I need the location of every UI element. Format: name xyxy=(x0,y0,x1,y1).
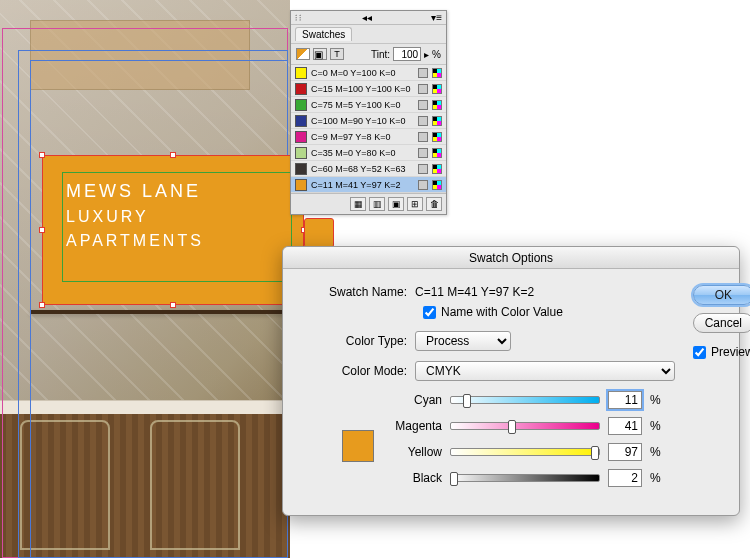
margin-guide xyxy=(30,60,288,558)
slider-thumb[interactable] xyxy=(591,446,599,460)
swatch-options-dialog[interactable]: Swatch Options Swatch Name: C=11 M=41 Y=… xyxy=(282,246,740,516)
swatch-name-label: Swatch Name: xyxy=(297,285,415,299)
resize-handle[interactable] xyxy=(39,152,45,158)
channel-input-blk[interactable] xyxy=(608,469,642,487)
formatting-text-icon[interactable]: T xyxy=(330,48,344,60)
color-type-icon xyxy=(418,84,428,94)
swatch-name: C=100 M=90 Y=10 K=0 xyxy=(311,116,414,126)
color-mode-icon xyxy=(432,116,442,126)
swatch-chip xyxy=(295,115,307,127)
new-swatch-alt-icon[interactable]: ⊞ xyxy=(407,197,423,211)
swatch-chip xyxy=(295,147,307,159)
pct-unit: % xyxy=(650,471,661,485)
swatch-name: C=60 M=68 Y=52 K=63 xyxy=(311,164,414,174)
swatch-row[interactable]: C=75 M=5 Y=100 K=0 xyxy=(291,97,446,113)
slider-cyan[interactable] xyxy=(450,396,600,404)
color-mode-icon xyxy=(432,100,442,110)
channel-label-mag: Magenta xyxy=(382,419,442,433)
resize-handle[interactable] xyxy=(170,152,176,158)
ok-button[interactable]: OK xyxy=(693,285,750,305)
color-type-icon xyxy=(418,100,428,110)
color-type-icon xyxy=(418,164,428,174)
swatch-row[interactable]: C=0 M=0 Y=100 K=0 xyxy=(291,65,446,81)
resize-handle[interactable] xyxy=(39,227,45,233)
cancel-button[interactable]: Cancel xyxy=(693,313,750,333)
color-type-select[interactable]: Process xyxy=(415,331,511,351)
panel-footer: ▦ ▥ ▣ ⊞ 🗑 xyxy=(291,193,446,214)
tint-label: Tint: xyxy=(371,49,390,60)
preview-chip xyxy=(342,430,374,462)
slider-mag[interactable] xyxy=(450,422,600,430)
swatch-row[interactable]: C=11 M=41 Y=97 K=2 xyxy=(291,177,446,193)
slider-thumb[interactable] xyxy=(508,420,516,434)
color-type-icon xyxy=(418,132,428,142)
resize-handle[interactable] xyxy=(39,302,45,308)
swatch-row[interactable]: C=9 M=97 Y=8 K=0 xyxy=(291,129,446,145)
swatch-chip xyxy=(295,83,307,95)
swatch-name: C=9 M=97 Y=8 K=0 xyxy=(311,132,414,142)
pct-unit: % xyxy=(650,393,661,407)
delete-swatch-icon[interactable]: 🗑 xyxy=(426,197,442,211)
swatches-panel[interactable]: ፧፧ ◂◂ ▾≡ Swatches ▣ T Tint: ▸ % C=0 M=0 … xyxy=(290,10,447,215)
swatch-chip xyxy=(295,99,307,111)
pct-unit: % xyxy=(650,445,661,459)
panel-grip-icon[interactable]: ፧፧ xyxy=(295,12,303,24)
channel-label-cyan: Cyan xyxy=(382,393,442,407)
color-chip-selected[interactable] xyxy=(304,218,334,248)
color-type-label: Color Type: xyxy=(297,334,415,348)
panel-collapse-icon[interactable]: ◂◂ xyxy=(362,12,372,23)
color-type-icon xyxy=(418,180,428,190)
color-type-icon xyxy=(418,148,428,158)
swatch-name: C=0 M=0 Y=100 K=0 xyxy=(311,68,414,78)
channel-input-mag[interactable] xyxy=(608,417,642,435)
slider-thumb[interactable] xyxy=(463,394,471,408)
color-mode-icon xyxy=(432,84,442,94)
tint-input[interactable] xyxy=(393,47,421,61)
slider-yel[interactable] xyxy=(450,448,600,456)
new-swatch-icon[interactable]: ▣ xyxy=(388,197,404,211)
swatch-row[interactable]: C=15 M=100 Y=100 K=0 xyxy=(291,81,446,97)
slider-thumb[interactable] xyxy=(450,472,458,486)
swatch-chip xyxy=(295,179,307,191)
swatch-chip xyxy=(295,163,307,175)
tint-stepper-icon[interactable]: ▸ xyxy=(424,49,429,60)
swatch-list[interactable]: C=0 M=0 Y=100 K=0C=15 M=100 Y=100 K=0C=7… xyxy=(291,65,446,193)
preview-label: Preview xyxy=(711,345,750,359)
tab-swatches[interactable]: Swatches xyxy=(295,27,352,41)
color-type-icon xyxy=(418,116,428,126)
swatch-chip xyxy=(295,131,307,143)
fill-stroke-icon[interactable] xyxy=(296,48,310,60)
pct-unit: % xyxy=(650,419,661,433)
swatch-row[interactable]: C=60 M=68 Y=52 K=63 xyxy=(291,161,446,177)
color-mode-icon xyxy=(432,148,442,158)
preview-checkbox[interactable] xyxy=(693,346,706,359)
channel-input-yel[interactable] xyxy=(608,443,642,461)
swatch-name: C=35 M=0 Y=80 K=0 xyxy=(311,148,414,158)
new-group-icon[interactable]: ▥ xyxy=(369,197,385,211)
color-mode-select[interactable]: CMYK xyxy=(415,361,675,381)
channel-label-yel: Yellow xyxy=(382,445,442,459)
show-options-icon[interactable]: ▦ xyxy=(350,197,366,211)
swatch-row[interactable]: C=100 M=90 Y=10 K=0 xyxy=(291,113,446,129)
channel-input-cyan[interactable] xyxy=(608,391,642,409)
dialog-title[interactable]: Swatch Options xyxy=(283,247,739,269)
panel-menu-icon[interactable]: ▾≡ xyxy=(431,12,442,23)
resize-handle[interactable] xyxy=(170,302,176,308)
color-mode-icon xyxy=(432,180,442,190)
name-with-color-label: Name with Color Value xyxy=(441,305,563,319)
color-mode-icon xyxy=(432,164,442,174)
swatch-chip xyxy=(295,67,307,79)
color-type-icon xyxy=(418,68,428,78)
color-mode-icon xyxy=(432,68,442,78)
name-with-color-checkbox[interactable] xyxy=(423,306,436,319)
swatch-name: C=75 M=5 Y=100 K=0 xyxy=(311,100,414,110)
color-mode-label: Color Mode: xyxy=(297,364,415,378)
slider-blk[interactable] xyxy=(450,474,600,482)
swatch-row[interactable]: C=35 M=0 Y=80 K=0 xyxy=(291,145,446,161)
formatting-container-icon[interactable]: ▣ xyxy=(313,48,327,60)
swatch-name-value: C=11 M=41 Y=97 K=2 xyxy=(415,285,534,299)
panel-header[interactable]: ፧፧ ◂◂ ▾≡ xyxy=(291,11,446,25)
text-frame-guide xyxy=(62,172,292,282)
swatch-name: C=11 M=41 Y=97 K=2 xyxy=(311,180,414,190)
swatch-name: C=15 M=100 Y=100 K=0 xyxy=(311,84,414,94)
